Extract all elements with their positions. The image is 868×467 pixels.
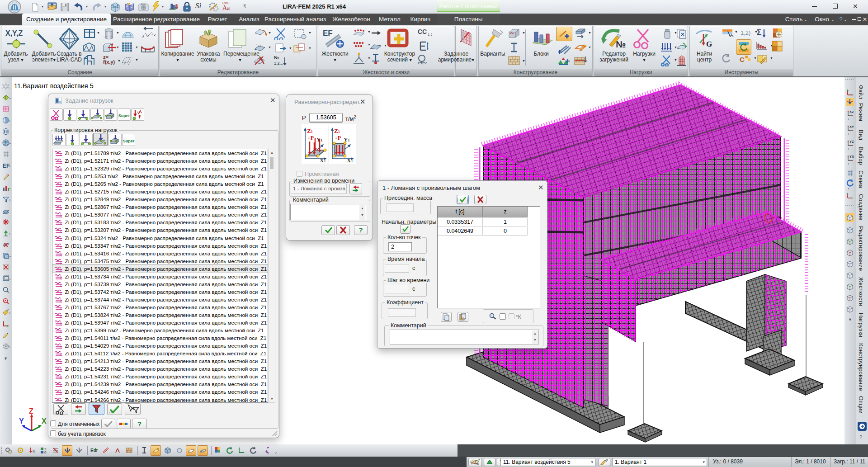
svg-text:G: G [706,40,712,48]
svg-text:C: C [740,56,745,63]
svg-text:Z1: Z1 [307,127,313,134]
svg-text:XZ: XZ [849,110,854,114]
svg-text:+P: +P [307,135,314,141]
svg-text:К: К [33,449,35,453]
svg-text:X: X [42,417,47,425]
svg-text:Y: Y [19,417,24,425]
svg-text:XY: XY [849,125,854,129]
svg-text:YX: YX [849,155,854,159]
svg-text:№: № [476,462,479,465]
svg-text:1,2): 1,2) [741,29,750,36]
svg-text:EF: EF [3,163,9,169]
svg-text:№: № [616,39,626,49]
svg-text:ЕФ: ЕФ [90,448,98,453]
svg-text:Σ: Σ [757,28,761,37]
svg-text:+P: +P [335,135,341,141]
svg-text:CC: CC [418,28,427,35]
svg-text:1 2: 1 2 [428,33,432,37]
svg-text:1,2...: 1,2... [274,61,283,66]
svg-text:6: 6 [44,450,47,454]
svg-text:Z1: Z1 [334,127,340,134]
svg-text:YZ: YZ [849,140,854,144]
svg-text:№: № [274,55,279,60]
svg-text:EF: EF [323,29,333,38]
svg-text:Z: Z [29,408,33,415]
